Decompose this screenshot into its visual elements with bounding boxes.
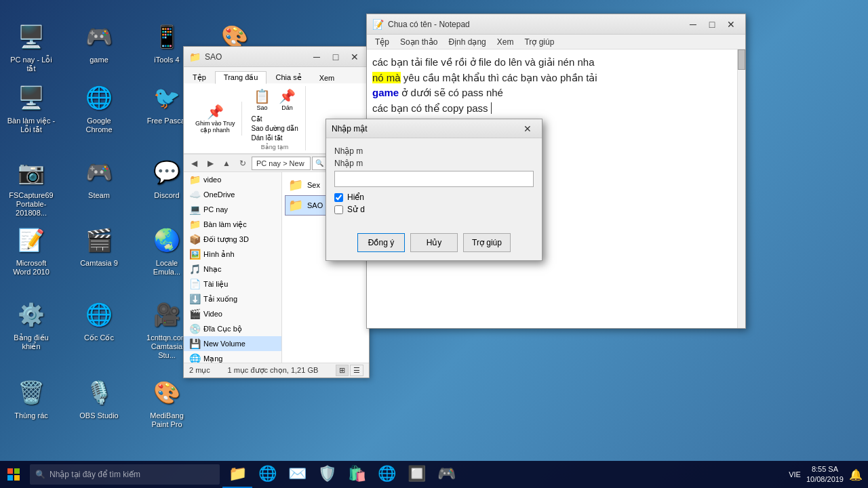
sidebar-item-3[interactable]: 📁Bàn làm việc bbox=[184, 217, 281, 232]
refresh-button[interactable]: ↻ bbox=[235, 156, 250, 171]
dialog-help-button[interactable]: Trợ giúp bbox=[463, 233, 511, 252]
dialog-titlebar: Nhập mật ✕ bbox=[326, 119, 542, 138]
taskbar-clock[interactable]: 8:55 SA 10/08/2019 bbox=[806, 464, 844, 485]
ribbon-tab-xem[interactable]: Xem bbox=[311, 72, 344, 84]
dialog-label-1: Nhập m bbox=[334, 146, 534, 156]
menu-xem[interactable]: Xem bbox=[492, 36, 519, 48]
desktop-icon-medibang[interactable]: 🎨 MediBang Paint Pro bbox=[142, 376, 191, 429]
menu-tro-giup[interactable]: Trợ giúp bbox=[519, 36, 559, 48]
explorer-maximize-button[interactable]: □ bbox=[327, 50, 344, 64]
svg-rect-1 bbox=[14, 468, 20, 474]
fi-name-1: SAO bbox=[307, 201, 323, 209]
desktop-icon-ban-lam-viec[interactable]: 🖥️ Bàn làm việc - Lỗi tắt bbox=[7, 81, 56, 134]
start-button[interactable] bbox=[0, 461, 27, 488]
taskbar-app-mail-task[interactable]: ✉️ bbox=[282, 461, 312, 488]
si-icon-0: 📁 bbox=[189, 174, 201, 185]
icon-img-obs-studio: 🎙️ bbox=[83, 376, 115, 409]
desktop-icon-panel-dieu-khien[interactable]: ⚙️ Bảng điều khiển bbox=[7, 298, 56, 351]
si-label-6: Nhạc bbox=[203, 265, 222, 274]
dialog-body: Nhập m Nhập m Hiển Sử d bbox=[326, 138, 542, 228]
sidebar-item-12[interactable]: 🌐Mạng bbox=[184, 351, 281, 363]
si-label-11: New Volume bbox=[203, 340, 245, 348]
si-icon-4: 📦 bbox=[189, 234, 201, 245]
dialog-close-button[interactable]: ✕ bbox=[519, 122, 536, 136]
dialog-use-checkbox[interactable] bbox=[334, 205, 343, 214]
dialog-ok-button[interactable]: Đồng ý bbox=[357, 233, 405, 252]
explorer-minimize-button[interactable]: ─ bbox=[308, 50, 326, 64]
taskbar-app-defender-task[interactable]: 🛡️ bbox=[312, 461, 342, 488]
si-label-3: Bàn làm việc bbox=[203, 220, 247, 229]
desktop-icon-coc-coc[interactable]: 🌐 Cốc Cốc bbox=[75, 298, 123, 342]
taskbar-app-store-task[interactable]: 🛍️ bbox=[342, 461, 372, 488]
desktop-icon-fscapture[interactable]: 📷 FSCapture69 Portable-201808... bbox=[7, 156, 56, 218]
sidebar-item-8[interactable]: ⬇️Tải xuống bbox=[184, 291, 281, 306]
desktop-icon-camtasia[interactable]: 🎬 Camtasia 9 bbox=[75, 224, 123, 268]
notepad-scrollbar-thumb[interactable] bbox=[738, 49, 745, 70]
si-label-10: Đĩa Cục bộ bbox=[203, 325, 242, 333]
dialog-cancel-button[interactable]: Hủy bbox=[410, 233, 458, 252]
desktop-icon-pc-loi-tat[interactable]: 🖥️ PC nay - Lỗi tắt bbox=[7, 20, 56, 73]
address-path[interactable]: PC nay > New bbox=[252, 157, 311, 170]
sidebar-item-2[interactable]: 💻PC nay bbox=[184, 202, 281, 217]
explorer-status: 2 mục 1 mục được chọn, 1,21 GB ⊞ ☰ bbox=[184, 363, 369, 378]
desktop-icon-google-chrome[interactable]: 🌐 Google Chrome bbox=[75, 81, 123, 134]
desktop-icon-game[interactable]: 🎮 game bbox=[75, 20, 123, 64]
taskbar-app-taskbar6[interactable]: 🔲 bbox=[401, 461, 431, 488]
menu-soan-thao[interactable]: Soạn thảo bbox=[395, 36, 443, 48]
taskbar-app-chrome-task[interactable]: 🌐 bbox=[372, 461, 401, 488]
taskbar-search[interactable]: 🔍 Nhập tại đây để tìm kiếm bbox=[30, 464, 220, 485]
sidebar-item-4[interactable]: 📦Đối tượng 3D bbox=[184, 232, 281, 247]
desktop-icon-thung-rac[interactable]: 🗑️ Thùng rác bbox=[7, 376, 56, 420]
menu-tep[interactable]: Tệp bbox=[370, 36, 395, 48]
explorer-titlebar: 📁 SAO ─ □ ✕ bbox=[184, 47, 369, 67]
taskbar-search-placeholder: Nhập tại đây để tìm kiếm bbox=[50, 470, 140, 479]
ribbon-tab-chia-se[interactable]: Chia sẻ bbox=[267, 71, 310, 84]
sidebar-item-10[interactable]: 💿Đĩa Cục bộ bbox=[184, 321, 281, 336]
ribbon-pin-button[interactable]: 📌 Ghim vào Truycập nhanh bbox=[192, 102, 239, 136]
notepad-line-4: các bạn có thể copy pass bbox=[372, 101, 732, 117]
paste-shortcut-button[interactable]: Dán lỗi tắt bbox=[248, 134, 302, 142]
back-button[interactable]: ◀ bbox=[186, 156, 201, 171]
sidebar-item-5[interactable]: 🖼️Hình ảnh bbox=[184, 247, 281, 262]
forward-button[interactable]: ▶ bbox=[203, 156, 218, 171]
taskbar-app-taskbar7[interactable]: 🎮 bbox=[431, 461, 461, 488]
ribbon-copy-button[interactable]: 📋 Sao bbox=[250, 86, 274, 113]
sidebar-item-9[interactable]: 🎬Video bbox=[184, 306, 281, 321]
dialog-show-label: Hiển bbox=[347, 192, 364, 202]
cut-button[interactable]: Cắt bbox=[248, 115, 302, 123]
ribbon-tab-trang-dau[interactable]: Trang đầu bbox=[215, 71, 267, 84]
ribbon-paste-button[interactable]: 📌 Dán bbox=[275, 86, 299, 113]
notepad-minimize-button[interactable]: ─ bbox=[684, 18, 702, 31]
dialog-password-input[interactable] bbox=[334, 171, 534, 187]
desktop-icon-obs-studio[interactable]: 🎙️ OBS Studio bbox=[75, 376, 123, 420]
si-icon-11: 💾 bbox=[189, 338, 201, 349]
notepad-scrollbar[interactable] bbox=[737, 49, 745, 328]
up-button[interactable]: ▲ bbox=[219, 156, 234, 171]
sidebar-item-7[interactable]: 📄Tài liệu bbox=[184, 277, 281, 291]
sidebar-item-1[interactable]: ☁️OneDrive bbox=[184, 187, 281, 202]
sidebar-item-11[interactable]: 💾New Volume bbox=[184, 336, 281, 351]
notification-icon[interactable]: 🔔 bbox=[849, 468, 863, 481]
taskbar-app-edge-task[interactable]: 🌐 bbox=[252, 461, 282, 488]
view-detail-button[interactable]: ☰ bbox=[350, 365, 363, 376]
menu-dinh-dang[interactable]: Định dạng bbox=[443, 36, 491, 48]
si-icon-12: 🌐 bbox=[189, 353, 201, 363]
notepad-maximize-button[interactable]: □ bbox=[703, 18, 721, 31]
sidebar-item-6[interactable]: 🎵Nhạc bbox=[184, 262, 281, 277]
ribbon-tab-tep[interactable]: Tệp bbox=[184, 71, 215, 84]
view-list-button[interactable]: ⊞ bbox=[336, 365, 349, 376]
desktop-icon-steam[interactable]: 🎮 Steam bbox=[75, 156, 123, 200]
explorer-close-button[interactable]: ✕ bbox=[346, 50, 363, 64]
explorer-window-controls: ─ □ ✕ bbox=[308, 50, 363, 64]
fi-icon-0: 📁 bbox=[288, 178, 303, 192]
notepad-menu: Tệp Soạn thảo Định dạng Xem Trợ giúp bbox=[367, 35, 745, 49]
ribbon-group-clipboard: 📋 Sao 📌 Dán Cắt Sao đường dẫn Dán lỗi tắ… bbox=[245, 86, 306, 150]
clipboard-top: 📋 Sao 📌 Dán bbox=[250, 86, 299, 113]
notepad-close-button[interactable]: ✕ bbox=[722, 18, 740, 31]
desktop-icon-ms-word[interactable]: 📝 Microsoft Word 2010 bbox=[7, 224, 56, 277]
sidebar-item-0[interactable]: 📁video bbox=[184, 172, 281, 187]
copy-path-button[interactable]: Sao đường dẫn bbox=[248, 124, 302, 133]
explorer-title-icon: 📁 bbox=[189, 52, 201, 62]
taskbar-app-file-explorer-task[interactable]: 📁 bbox=[222, 461, 252, 488]
dialog-show-checkbox[interactable] bbox=[334, 193, 343, 202]
